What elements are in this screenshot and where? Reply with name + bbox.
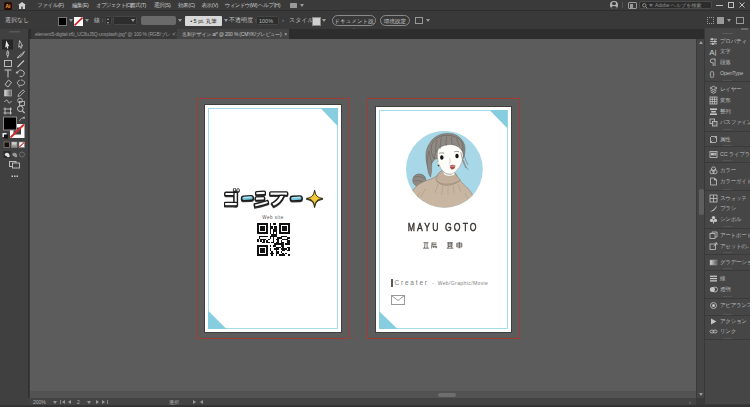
svg-text:A|: A|: [709, 48, 716, 57]
svg-text:(): (): [710, 69, 715, 78]
